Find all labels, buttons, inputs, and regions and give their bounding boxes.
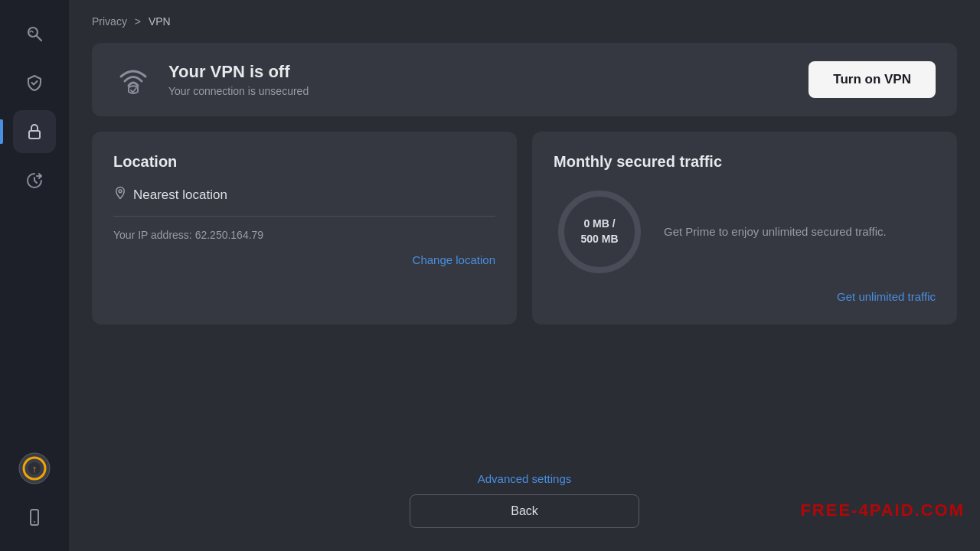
breadcrumb-separator: > bbox=[135, 15, 141, 28]
traffic-circle: 0 MB / 500 MB bbox=[554, 186, 645, 278]
svg-text:↑: ↑ bbox=[32, 463, 38, 474]
traffic-info: Get Prime to enjoy unlimited secured tra… bbox=[664, 223, 936, 241]
vpn-status-title: Your VPN is off bbox=[168, 62, 309, 82]
change-location-link[interactable]: Change location bbox=[113, 253, 495, 266]
svg-line-1 bbox=[37, 36, 41, 41]
vpn-status-card: Your VPN is off Your connection is unsec… bbox=[92, 43, 957, 116]
location-card: Location Nearest location Your IP addres… bbox=[92, 132, 517, 324]
traffic-total: 500 MB bbox=[580, 233, 618, 245]
turn-on-vpn-button[interactable]: Turn on VPN bbox=[808, 61, 936, 98]
location-name-text: Nearest location bbox=[133, 187, 227, 203]
traffic-content: 0 MB / 500 MB Get Prime to enjoy unlimit… bbox=[554, 186, 936, 278]
sidebar-item-shield[interactable] bbox=[13, 61, 56, 104]
location-card-title: Location bbox=[113, 153, 495, 171]
traffic-description: Get Prime to enjoy unlimited secured tra… bbox=[664, 223, 936, 241]
location-name: Nearest location bbox=[113, 186, 495, 217]
vpn-text: Your VPN is off Your connection is unsec… bbox=[168, 62, 309, 97]
sidebar-item-speed[interactable] bbox=[13, 159, 56, 202]
svg-rect-2 bbox=[29, 131, 40, 139]
sidebar-item-mobile[interactable] bbox=[13, 496, 56, 539]
get-unlimited-traffic-link[interactable]: Get unlimited traffic bbox=[554, 290, 936, 303]
main-content: Privacy > VPN Your VPN is off Your conne… bbox=[69, 0, 980, 551]
traffic-card: Monthly secured traffic 0 MB / 500 MB Ge… bbox=[532, 132, 957, 324]
breadcrumb-parent: Privacy bbox=[92, 15, 127, 28]
breadcrumb-current: VPN bbox=[149, 15, 171, 28]
vpn-status-subtitle: Your connection is unsecured bbox=[168, 85, 309, 97]
vpn-icon bbox=[113, 60, 153, 99]
svg-point-10 bbox=[119, 190, 122, 193]
sidebar: ↑ ↑ bbox=[0, 0, 69, 551]
traffic-used: 0 MB / bbox=[583, 217, 615, 230]
location-pin-icon bbox=[113, 186, 127, 204]
traffic-card-title: Monthly secured traffic bbox=[554, 153, 936, 171]
bottom-section: Advanced settings Back bbox=[92, 472, 957, 536]
traffic-circle-text: 0 MB / 500 MB bbox=[580, 217, 618, 246]
advanced-settings-link[interactable]: Advanced settings bbox=[478, 472, 572, 485]
vpn-status-left: Your VPN is off Your connection is unsec… bbox=[113, 60, 309, 99]
back-button[interactable]: Back bbox=[410, 494, 639, 528]
sidebar-item-update[interactable]: ↑ ↑ bbox=[13, 447, 56, 490]
sidebar-item-search[interactable] bbox=[13, 12, 56, 55]
breadcrumb: Privacy > VPN bbox=[92, 15, 957, 28]
sidebar-item-privacy[interactable] bbox=[13, 110, 56, 153]
cards-row: Location Nearest location Your IP addres… bbox=[92, 132, 957, 324]
ip-address: Your IP address: 62.250.164.79 bbox=[113, 229, 495, 241]
